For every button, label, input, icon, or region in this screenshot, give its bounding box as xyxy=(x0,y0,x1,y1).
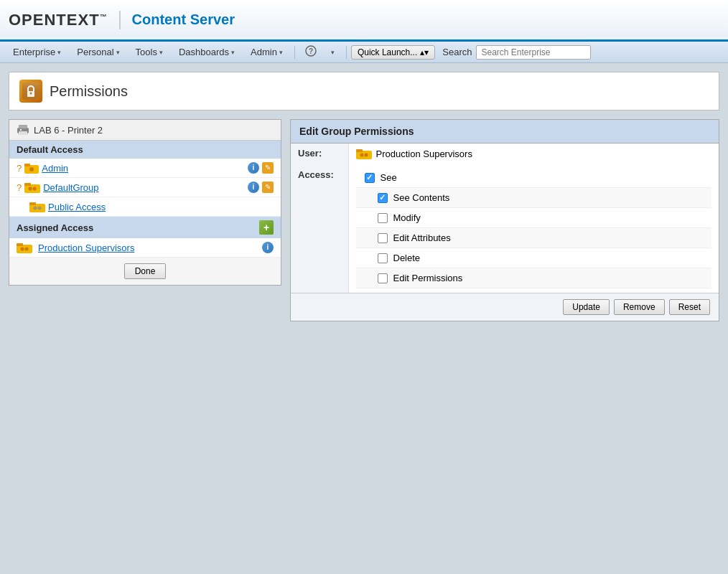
quick-launch-arrow-icon: ▴▾ xyxy=(420,47,429,57)
nav-divider2 xyxy=(346,46,347,59)
info-icon[interactable]: i xyxy=(248,162,259,174)
edit-attributes-checkbox[interactable] xyxy=(378,233,388,243)
defaultgroup-actions: i ✎ xyxy=(248,182,274,193)
perm-see-row: See xyxy=(356,168,712,188)
svg-point-5 xyxy=(30,93,32,95)
svg-rect-22 xyxy=(17,243,23,246)
nav-personal[interactable]: Personal ▾ xyxy=(70,44,126,60)
modify-checkbox[interactable] xyxy=(378,213,388,223)
user-group-folder-icon xyxy=(356,148,372,159)
svg-rect-18 xyxy=(29,202,36,205)
list-item: Production Supervisors i xyxy=(9,238,281,258)
user-cell: Production Supervisors xyxy=(356,148,712,159)
chevron-down-icon: ▾ xyxy=(159,49,163,56)
edit-icon[interactable]: ✎ xyxy=(262,162,274,174)
remove-button[interactable]: Remove xyxy=(614,299,665,315)
done-row: Done xyxy=(9,258,281,285)
see-checkbox[interactable] xyxy=(365,173,375,183)
public-access-link[interactable]: Public Access xyxy=(48,202,106,212)
admin-link[interactable]: Admin xyxy=(42,163,68,174)
nav-enterprise-label: Enterprise xyxy=(13,47,55,57)
info-icon[interactable]: i xyxy=(262,242,274,253)
nav-dashboards[interactable]: Dashboards ▾ xyxy=(172,44,242,60)
see-contents-label: See Contents xyxy=(393,192,450,203)
page-title: Permissions xyxy=(50,83,128,100)
edit-group-table: User: Production Supervisors xyxy=(291,144,719,293)
two-column-layout: LAB 6 - Printer 2 Default Access ? Admin xyxy=(9,119,719,321)
nav-enterprise[interactable]: Enterprise ▾ xyxy=(6,44,68,60)
svg-rect-8 xyxy=(19,131,27,135)
list-item: ? Admin i ✎ xyxy=(9,159,281,178)
nav-admin[interactable]: Admin ▾ xyxy=(243,44,290,60)
svg-point-28 xyxy=(364,154,368,157)
prod-sup-row-left: Production Supervisors xyxy=(17,242,134,253)
svg-point-12 xyxy=(29,167,34,171)
default-access-label: Default Access xyxy=(17,144,83,155)
group-folder-icon xyxy=(24,182,40,193)
chevron-down-icon: ▾ xyxy=(231,49,235,56)
printer-icon xyxy=(17,124,29,136)
list-item: ? DefaultGroup i ✎ xyxy=(9,178,281,197)
access-label: Access: xyxy=(291,164,348,293)
svg-rect-7 xyxy=(19,125,27,128)
svg-point-20 xyxy=(38,207,42,210)
node-label: LAB 6 - Printer 2 xyxy=(34,125,103,136)
user-folder-icon xyxy=(24,162,39,174)
nav-extra-arrow[interactable]: ▾ xyxy=(324,46,342,59)
done-button[interactable]: Done xyxy=(124,263,167,279)
edit-permissions-label: Edit Permissions xyxy=(393,273,463,283)
page-header: Permissions xyxy=(9,72,719,110)
quick-launch-dropdown[interactable]: Quick Launch... ▴▾ xyxy=(351,45,435,60)
logo-area: OPENTEXT™ xyxy=(9,11,121,29)
svg-point-27 xyxy=(360,154,363,157)
see-contents-checkbox[interactable] xyxy=(378,193,388,203)
reset-button[interactable]: Reset xyxy=(669,299,710,315)
nav-divider xyxy=(294,46,295,59)
permissions-icon xyxy=(19,80,42,103)
edit-icon[interactable]: ✎ xyxy=(262,182,274,193)
edit-permissions-checkbox[interactable] xyxy=(378,273,388,283)
header: OPENTEXT™ Content Server xyxy=(0,0,728,42)
help-icon[interactable]: ? xyxy=(299,42,322,62)
edit-group-header: Edit Group Permissions xyxy=(291,120,719,144)
svg-rect-9 xyxy=(20,129,22,131)
admin-row-left: ? Admin xyxy=(17,162,68,174)
group-folder-icon xyxy=(17,242,32,253)
default-access-header: Default Access xyxy=(9,141,281,159)
svg-rect-26 xyxy=(356,149,363,152)
svg-point-24 xyxy=(25,248,29,251)
perm-edit-attributes-row: Edit Attributes xyxy=(356,228,712,248)
prod-sup-actions: i xyxy=(262,242,274,253)
nav-dashboards-label: Dashboards xyxy=(179,47,229,57)
svg-rect-14 xyxy=(24,183,31,186)
defaultgroup-row-left: ? DefaultGroup xyxy=(17,182,99,193)
question-icon: ? xyxy=(17,163,22,174)
svg-point-19 xyxy=(34,207,37,210)
quick-launch-label: Quick Launch... xyxy=(358,47,417,57)
perm-delete-row: Delete xyxy=(356,248,712,268)
user-row: User: Production Supervisors xyxy=(291,144,719,164)
svg-text:?: ? xyxy=(309,47,313,55)
opentext-wordmark: OPENTEXT xyxy=(9,11,100,29)
add-icon[interactable]: + xyxy=(259,220,274,235)
delete-checkbox[interactable] xyxy=(378,253,388,263)
user-value-cell: Production Supervisors xyxy=(348,144,719,164)
defaultgroup-link[interactable]: DefaultGroup xyxy=(43,182,98,193)
assigned-access-header: Assigned Access + xyxy=(9,217,281,238)
product-title: Content Server xyxy=(132,11,235,28)
chevron-down-icon: ▾ xyxy=(116,49,120,56)
info-icon[interactable]: i xyxy=(248,182,259,193)
nav-admin-label: Admin xyxy=(251,47,277,57)
user-name: Production Supervisors xyxy=(376,149,472,159)
prod-supervisors-link[interactable]: Production Supervisors xyxy=(38,243,134,253)
svg-point-15 xyxy=(29,187,32,191)
nav-tools[interactable]: Tools ▾ xyxy=(129,44,170,60)
edit-attributes-label: Edit Attributes xyxy=(393,232,451,243)
permissions-cell: See See Contents Modify xyxy=(348,164,719,293)
admin-actions: i ✎ xyxy=(248,162,274,174)
update-button[interactable]: Update xyxy=(563,299,610,315)
trademark-symbol: ™ xyxy=(100,12,108,20)
search-input[interactable] xyxy=(476,45,591,60)
node-header: LAB 6 - Printer 2 xyxy=(9,120,281,141)
chevron-down-icon: ▾ xyxy=(57,49,61,56)
